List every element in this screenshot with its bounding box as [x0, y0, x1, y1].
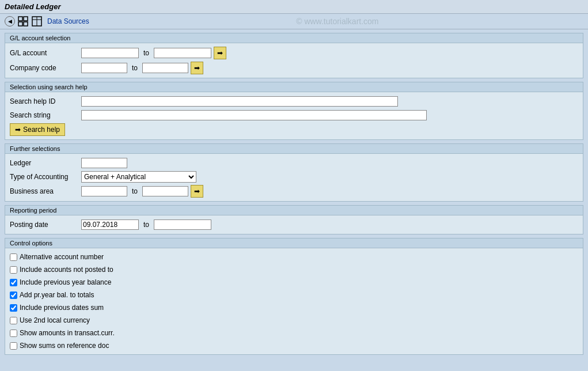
control-option-label-3: Add pr.year bal. to totals	[20, 291, 94, 299]
gl-account-section: G/L account selection G/L account to ➡ C…	[5, 33, 583, 78]
company-code-to-label: to	[132, 64, 138, 72]
type-of-accounting-select[interactable]: General + Analytical General Analytical	[81, 171, 196, 183]
control-option-label-5: Use 2nd local currency	[20, 316, 90, 324]
posting-date-row: Posting date to	[10, 219, 578, 230]
gl-account-body: G/L account to ➡ Company code to ➡	[5, 43, 583, 78]
business-area-label: Business area	[10, 187, 79, 195]
company-code-row: Company code to ➡	[10, 62, 578, 74]
search-help-section: Selection using search help Search help …	[5, 82, 583, 140]
business-area-input-from[interactable]	[81, 186, 127, 196]
control-options-body: Alternative account numberInclude accoun…	[5, 248, 583, 354]
search-help-button[interactable]: ➡ Search help	[10, 123, 65, 136]
company-code-label: Company code	[10, 64, 79, 72]
table-icon[interactable]	[31, 16, 43, 27]
posting-date-label: Posting date	[10, 221, 79, 229]
main-content: G/L account selection G/L account to ➡ C…	[0, 29, 588, 358]
control-option-checkbox-6[interactable]	[10, 330, 17, 337]
control-option-row: Alternative account number	[10, 252, 578, 262]
type-of-accounting-row: Type of Accounting General + Analytical …	[10, 171, 578, 183]
data-sources-label[interactable]: Data Sources	[47, 17, 89, 25]
control-option-checkbox-7[interactable]	[10, 342, 17, 350]
control-option-checkbox-3[interactable]	[10, 292, 17, 299]
search-help-id-input[interactable]	[81, 96, 398, 107]
control-option-label-6: Show amounts in transact.curr.	[20, 329, 115, 337]
control-option-checkbox-5[interactable]	[10, 317, 17, 324]
control-option-row: Add pr.year bal. to totals	[10, 290, 578, 300]
further-selections-header: Further selections	[5, 144, 583, 154]
company-code-input-from[interactable]	[81, 63, 127, 73]
control-option-label-4: Include previous dates sum	[20, 304, 104, 312]
search-help-id-label: Search help ID	[10, 97, 79, 105]
control-option-row: Include accounts not posted to	[10, 264, 578, 275]
reporting-period-body: Posting date to	[5, 215, 583, 234]
control-option-row: Include previous year balance	[10, 277, 578, 287]
search-string-label: Search string	[10, 111, 79, 119]
gl-account-header: G/L account selection	[5, 33, 583, 43]
grid-icon[interactable]	[17, 16, 29, 27]
search-help-header: Selection using search help	[5, 82, 583, 92]
svg-rect-1	[24, 17, 28, 21]
control-option-label-1: Include accounts not posted to	[20, 266, 113, 274]
type-of-accounting-label: Type of Accounting	[10, 173, 79, 181]
control-option-checkbox-2[interactable]	[10, 279, 17, 286]
reporting-period-header: Reporting period	[5, 206, 583, 215]
business-area-row: Business area to ➡	[10, 185, 578, 198]
business-area-to-label: to	[132, 187, 138, 195]
svg-rect-0	[18, 17, 22, 21]
posting-date-to-label: to	[143, 221, 149, 229]
svg-rect-3	[24, 22, 28, 26]
company-code-arrow-btn[interactable]: ➡	[191, 62, 203, 74]
gl-account-input-to[interactable]	[154, 48, 211, 58]
back-icon[interactable]: ◀	[5, 16, 15, 26]
control-option-checkbox-0[interactable]	[10, 253, 17, 261]
company-code-input-to[interactable]	[142, 63, 188, 73]
page-title: Detailed Ledger	[5, 2, 61, 11]
search-help-id-row: Search help ID	[10, 96, 578, 107]
gl-account-row: G/L account to ➡	[10, 47, 578, 59]
control-option-label-0: Alternative account number	[20, 253, 104, 261]
gl-account-arrow-btn[interactable]: ➡	[214, 47, 226, 59]
search-string-input[interactable]	[81, 110, 427, 120]
watermark: © www.tutorialkart.com	[92, 17, 583, 26]
gl-account-to-label: to	[143, 49, 149, 57]
reporting-period-section: Reporting period Posting date to	[5, 205, 583, 234]
control-options-header: Control options	[5, 238, 583, 248]
search-help-btn-arrow-icon: ➡	[15, 126, 21, 134]
search-help-body: Search help ID Search string ➡ Search he…	[5, 92, 583, 139]
ledger-row: Ledger	[10, 157, 578, 169]
control-option-label-2: Include previous year balance	[20, 278, 111, 286]
business-area-arrow-btn[interactable]: ➡	[191, 185, 203, 198]
gl-account-input-from[interactable]	[81, 48, 139, 58]
gl-account-label: G/L account	[10, 49, 79, 57]
toolbar: ◀ Data Sources © www.tutorialkart.com	[0, 14, 588, 29]
control-option-checkbox-1[interactable]	[10, 266, 17, 274]
search-help-btn-row: ➡ Search help	[10, 123, 578, 136]
search-string-row: Search string	[10, 109, 578, 121]
control-option-label-7: Show sums on reference doc	[20, 342, 109, 350]
further-selections-body: Ledger Type of Accounting General + Anal…	[5, 154, 583, 201]
control-options-section: Control options Alternative account numb…	[5, 238, 583, 355]
further-selections-section: Further selections Ledger Type of Accoun…	[5, 143, 583, 202]
control-option-row: Use 2nd local currency	[10, 315, 578, 325]
search-help-btn-label: Search help	[23, 126, 60, 134]
business-area-input-to[interactable]	[142, 186, 188, 196]
posting-date-input-to[interactable]	[154, 219, 211, 230]
svg-rect-2	[18, 22, 22, 26]
title-bar: Detailed Ledger	[0, 0, 588, 14]
posting-date-input-from[interactable]	[81, 219, 139, 230]
control-option-checkbox-4[interactable]	[10, 304, 17, 312]
ledger-input[interactable]	[81, 158, 127, 168]
ledger-label: Ledger	[10, 159, 79, 167]
control-option-row: Show sums on reference doc	[10, 340, 578, 351]
control-option-row: Show amounts in transact.curr.	[10, 328, 578, 338]
control-option-row: Include previous dates sum	[10, 302, 578, 313]
